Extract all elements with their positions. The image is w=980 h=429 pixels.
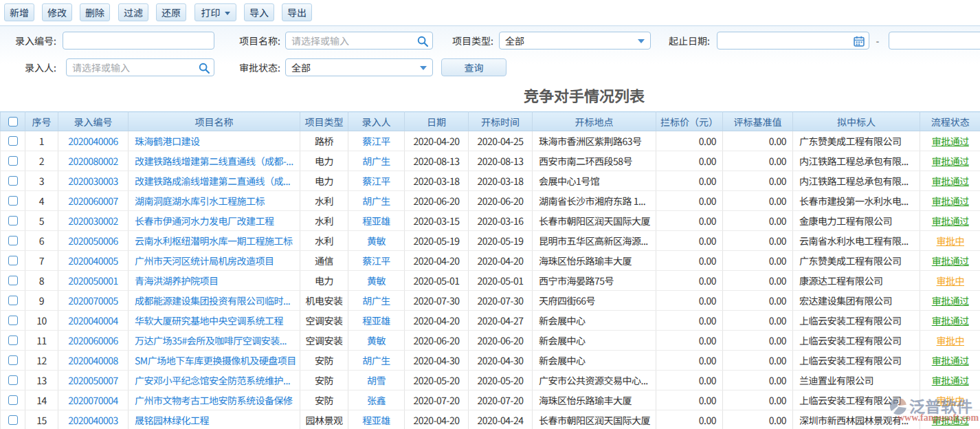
row-checkbox[interactable] [8, 395, 18, 405]
project-name-link[interactable]: 晟铭园林绿化工程 [135, 413, 209, 427]
edit-button[interactable]: 修改 [42, 3, 72, 21]
entry-no-link[interactable]: 2020070004 [68, 393, 118, 407]
entered-by-link[interactable]: 黄敏 [367, 274, 386, 287]
date-to-input[interactable] [889, 32, 980, 49]
entered-by-link[interactable]: 黄敏 [367, 234, 386, 248]
project-name-input[interactable] [286, 32, 432, 49]
entry-no-link[interactable]: 2020050006 [68, 234, 118, 248]
row-checkbox[interactable] [8, 256, 18, 265]
entry-no-input[interactable] [63, 32, 214, 49]
row-checkbox[interactable] [8, 136, 18, 146]
import-button[interactable]: 导入 [244, 3, 274, 21]
entry-no-link[interactable]: 2020080002 [68, 154, 118, 168]
entered-by-link[interactable]: 蔡江平 [362, 254, 390, 267]
row-checkbox-cell [1, 291, 25, 311]
row-checkbox[interactable] [8, 296, 18, 305]
project-name-link[interactable]: 改建铁路线增建第二线直通线（成都-... [135, 154, 293, 168]
entry-no-link[interactable]: 2020030003 [68, 174, 118, 188]
project-name-link[interactable]: 长春市伊通河水力发电厂改建工程 [135, 214, 274, 228]
select-all-checkbox[interactable] [8, 117, 18, 126]
row-checkbox[interactable] [8, 156, 18, 166]
row-checkbox[interactable] [8, 415, 18, 425]
entry-no-link[interactable]: 2020060006 [68, 333, 118, 347]
status-link[interactable]: 审批中 [937, 234, 965, 248]
project-name-link[interactable]: 广州市文物考古工地安防系统设备保修 [135, 393, 293, 407]
status-link[interactable]: 审批通过 [932, 174, 969, 188]
row-checkbox[interactable] [8, 355, 18, 365]
project-name-link[interactable]: 改建铁路成渝线增建第二直通线（成... [135, 174, 290, 188]
project-type-select[interactable]: 全部 [499, 32, 651, 50]
row-checkbox[interactable] [8, 236, 18, 245]
cell-project-name: 改建铁路线增建第二线直通线（成都-... [129, 151, 300, 171]
project-name-link[interactable]: 广安邓小平纪念馆安全防范系统维护... [135, 373, 290, 387]
project-name-link[interactable]: 万达广场35#会所及咖啡厅空调安装... [135, 333, 287, 347]
project-name-link[interactable]: 云南水利枢纽潜明水库一期工程施工标 [135, 234, 293, 248]
export-button[interactable]: 导出 [282, 3, 312, 21]
project-name-link[interactable]: 华软大厦研究基地中央空调系统工程 [135, 314, 283, 327]
entered-by-input[interactable] [67, 59, 214, 76]
row-checkbox[interactable] [8, 216, 18, 226]
entered-by-link[interactable]: 张鑫 [367, 393, 386, 407]
row-checkbox[interactable] [8, 196, 18, 206]
status-link[interactable]: 审批中 [937, 274, 965, 287]
entered-by-link[interactable]: 黄敏 [367, 333, 386, 347]
print-button[interactable]: 打印 [194, 3, 236, 21]
entry-no-link[interactable]: 2020040008 [68, 353, 118, 367]
entered-by-link[interactable]: 蔡江平 [362, 174, 390, 188]
calendar-icon[interactable] [854, 36, 865, 47]
status-link[interactable]: 审批通过 [932, 413, 969, 427]
project-name-link[interactable]: 湖南洞庭湖水库引水工程施工标 [135, 194, 265, 208]
row-checkbox[interactable] [8, 276, 18, 285]
entered-by-link[interactable]: 胡雪 [367, 373, 386, 387]
project-name-link[interactable]: 成都能源建设集团投资有限公司临时... [135, 294, 290, 307]
approval-status-select[interactable]: 全部 [285, 58, 433, 76]
entered-by-link[interactable]: 程亚雄 [362, 214, 390, 228]
status-link[interactable]: 审批中 [937, 393, 965, 407]
entry-no-link[interactable]: 2020040003 [68, 413, 118, 427]
entry-no-link[interactable]: 2020050001 [68, 274, 118, 287]
entered-by-link[interactable]: 程亚雄 [362, 314, 390, 327]
entered-by-link[interactable]: 胡广生 [362, 294, 390, 307]
status-link[interactable]: 审批通过 [932, 373, 969, 387]
search-button[interactable]: 查询 [441, 58, 506, 76]
row-checkbox[interactable] [8, 176, 18, 186]
project-name-link[interactable]: 青海洪湖养护院项目 [135, 274, 219, 287]
entry-no-link[interactable]: 2020040006 [68, 134, 118, 148]
search-icon[interactable] [417, 36, 428, 47]
status-link[interactable]: 审批通过 [932, 294, 969, 307]
filter-button[interactable]: 过滤 [118, 3, 148, 21]
row-checkbox[interactable] [8, 316, 18, 325]
status-link[interactable]: 审批通过 [932, 134, 969, 148]
entry-no-link[interactable]: 2020070005 [68, 294, 118, 307]
status-link[interactable]: 审批通过 [932, 254, 969, 267]
entry-no-link[interactable]: 2020060007 [68, 194, 118, 208]
delete-button[interactable]: 删除 [80, 3, 110, 21]
date-from-input[interactable] [717, 32, 869, 49]
entered-by-link[interactable]: 胡广生 [362, 194, 390, 208]
entry-no-link[interactable]: 2020030002 [68, 214, 118, 228]
project-name-link[interactable]: SM广场地下车库更换摄像机及硬盘项目 [135, 353, 296, 367]
status-link[interactable]: 审批中 [937, 333, 965, 347]
entered-by-link[interactable]: 蔡江平 [362, 134, 390, 148]
status-link[interactable]: 审批通过 [932, 314, 969, 327]
status-link[interactable]: 审批通过 [932, 353, 969, 367]
cell-open-place: 长春市朝阳区润天国际大厦 [533, 211, 656, 231]
col-header-winner: 拟中标人 [793, 112, 920, 131]
row-checkbox[interactable] [8, 375, 18, 385]
status-link[interactable]: 审批通过 [932, 214, 969, 228]
project-name-link[interactable]: 广州市天河区统计局机房改造项目 [135, 254, 274, 267]
add-button[interactable]: 新增 [4, 3, 34, 21]
entered-by-link[interactable]: 程亚雄 [362, 413, 390, 427]
status-link[interactable]: 审批通过 [932, 154, 969, 168]
status-link[interactable]: 审批通过 [932, 194, 969, 208]
project-name-link[interactable]: 珠海鹤港口建设 [135, 134, 200, 148]
entered-by-link[interactable]: 胡广生 [362, 353, 390, 367]
entry-no-link[interactable]: 2020040004 [68, 314, 118, 327]
entered-by-link[interactable]: 胡广生 [362, 154, 390, 168]
restore-button[interactable]: 还原 [156, 3, 186, 21]
search-icon[interactable] [199, 63, 210, 74]
cell-seq: 2 [25, 151, 58, 171]
entry-no-link[interactable]: 2020040005 [68, 254, 118, 267]
row-checkbox[interactable] [8, 336, 18, 345]
entry-no-link[interactable]: 2020050007 [68, 373, 118, 387]
